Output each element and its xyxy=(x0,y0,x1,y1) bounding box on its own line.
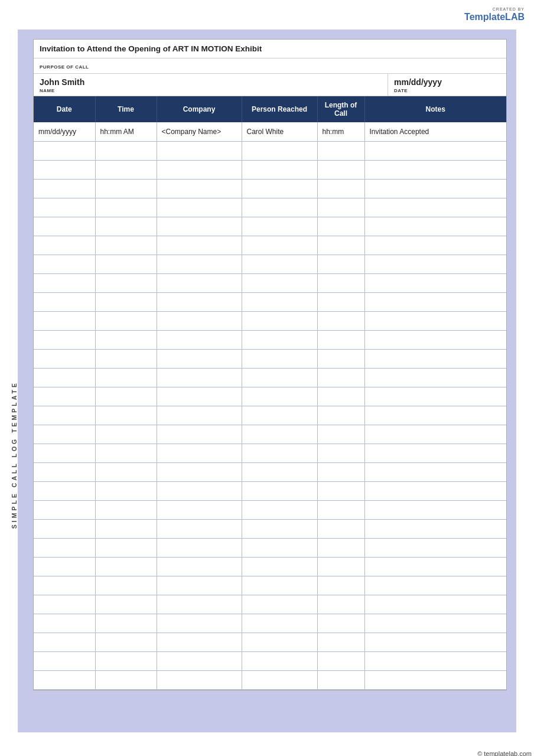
table-row xyxy=(34,273,506,292)
table-cell xyxy=(34,255,95,273)
table-cell xyxy=(157,614,242,633)
table-row: mm/dd/yyyyhh:mm AM<Company Name>Carol Wh… xyxy=(34,122,506,141)
table-row xyxy=(34,557,506,576)
table-cell xyxy=(95,217,157,236)
table-cell xyxy=(34,614,95,633)
table-cell xyxy=(317,557,364,576)
table-cell xyxy=(364,462,506,481)
table-cell xyxy=(157,670,242,689)
table-cell xyxy=(95,330,157,349)
table-cell xyxy=(157,651,242,670)
page-wrapper: SIMPLE CALL LOG TEMPLATE Invitation to A… xyxy=(18,30,516,732)
table-cell xyxy=(34,141,95,160)
table-cell xyxy=(364,311,506,330)
table-cell xyxy=(242,311,317,330)
header-company: Company xyxy=(157,96,242,122)
table-cell xyxy=(317,425,364,444)
table-cell xyxy=(317,198,364,217)
table-cell xyxy=(157,500,242,519)
call-log-table: Date Time Company Person Reached Length … xyxy=(34,96,506,690)
table-cell xyxy=(95,557,157,576)
table-row xyxy=(34,387,506,406)
table-cell xyxy=(317,330,364,349)
table-cell xyxy=(242,406,317,425)
table-cell xyxy=(364,179,506,198)
table-cell xyxy=(364,273,506,292)
name-value: John Smith xyxy=(40,77,382,88)
table-cell xyxy=(317,576,364,595)
table-cell xyxy=(157,425,242,444)
header-length-of-call: Length of Call xyxy=(317,96,364,122)
table-row xyxy=(34,311,506,330)
table-cell xyxy=(95,576,157,595)
table-cell xyxy=(95,633,157,651)
header-date: Date xyxy=(34,96,95,122)
brand-template: Template xyxy=(464,12,505,22)
table-cell xyxy=(317,444,364,462)
table-cell xyxy=(242,557,317,576)
table-cell xyxy=(317,614,364,633)
table-cell xyxy=(364,614,506,633)
table-cell xyxy=(242,500,317,519)
table-cell xyxy=(95,519,157,538)
table-cell xyxy=(242,255,317,273)
table-cell xyxy=(95,670,157,689)
footer: © templatelab.com xyxy=(0,750,534,756)
table-cell xyxy=(34,349,95,368)
table-cell xyxy=(34,179,95,198)
table-cell xyxy=(317,311,364,330)
table-cell xyxy=(34,330,95,349)
table-row xyxy=(34,595,506,614)
table-cell xyxy=(34,500,95,519)
table-row xyxy=(34,670,506,689)
table-cell xyxy=(364,481,506,500)
table-cell xyxy=(317,633,364,651)
table-cell xyxy=(317,255,364,273)
table-cell xyxy=(242,292,317,311)
table-row xyxy=(34,481,506,500)
date-label: DATE xyxy=(394,88,500,93)
table-cell xyxy=(95,500,157,519)
table-cell xyxy=(34,633,95,651)
table-cell xyxy=(364,292,506,311)
table-cell xyxy=(242,330,317,349)
table-cell xyxy=(157,633,242,651)
table-cell xyxy=(157,557,242,576)
table-cell xyxy=(364,500,506,519)
table-cell xyxy=(34,651,95,670)
table-row xyxy=(34,538,506,557)
purpose-label: PURPOSE OF CALL xyxy=(40,64,89,70)
table-cell xyxy=(242,538,317,557)
document-title: Invitation to Attend the Opening of ART … xyxy=(40,44,262,53)
table-cell xyxy=(95,292,157,311)
table-cell xyxy=(34,160,95,179)
table-cell xyxy=(34,236,95,255)
table-cell xyxy=(157,330,242,349)
table-cell xyxy=(95,179,157,198)
table-cell xyxy=(157,538,242,557)
table-cell xyxy=(364,576,506,595)
table-cell xyxy=(317,538,364,557)
table-cell xyxy=(95,595,157,614)
table-cell: Invitation Accepted xyxy=(364,122,506,141)
table-cell xyxy=(34,595,95,614)
vertical-template-label: SIMPLE CALL LOG TEMPLATE xyxy=(11,381,18,529)
table-cell xyxy=(242,387,317,406)
table-cell xyxy=(364,651,506,670)
table-cell xyxy=(157,292,242,311)
table-cell xyxy=(34,481,95,500)
table-cell xyxy=(95,141,157,160)
table-cell xyxy=(95,273,157,292)
table-cell: hh:mm AM xyxy=(95,122,157,141)
table-cell xyxy=(242,217,317,236)
table-cell xyxy=(317,595,364,614)
table-row xyxy=(34,519,506,538)
table-cell xyxy=(242,273,317,292)
table-row xyxy=(34,500,506,519)
table-cell xyxy=(242,198,317,217)
table-row xyxy=(34,444,506,462)
table-cell xyxy=(364,387,506,406)
table-cell xyxy=(95,614,157,633)
table-cell xyxy=(95,387,157,406)
table-cell xyxy=(364,670,506,689)
